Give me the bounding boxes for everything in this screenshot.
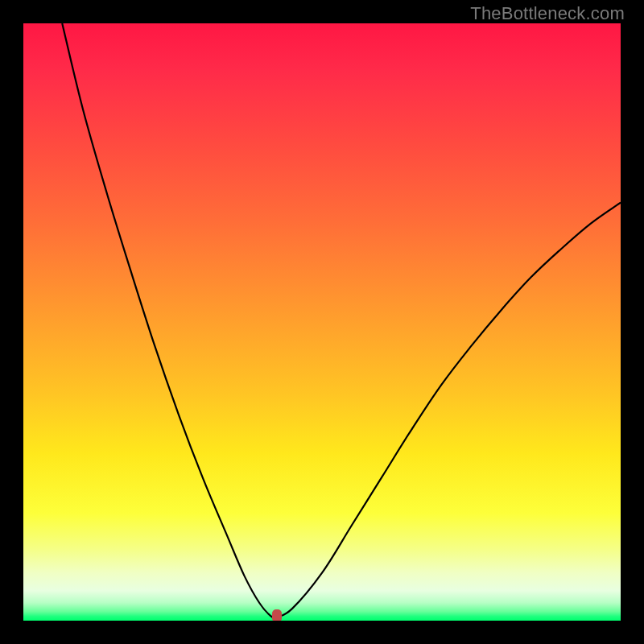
chart-frame: TheBottleneck.com: [0, 0, 644, 644]
optimal-point-marker: [272, 609, 282, 621]
watermark-text: TheBottleneck.com: [470, 3, 625, 24]
bottleneck-curve: [62, 23, 621, 618]
curve-svg: [23, 23, 621, 621]
plot-area: [23, 23, 621, 621]
